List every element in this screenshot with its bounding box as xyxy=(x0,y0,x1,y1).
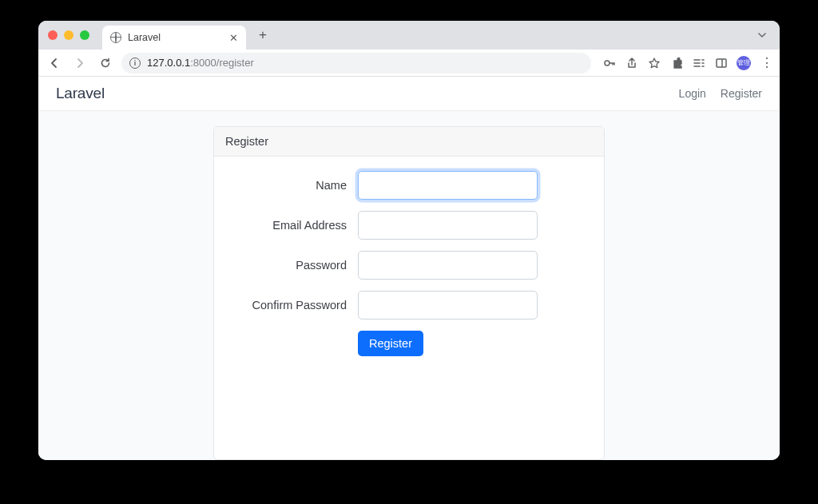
extensions-icon[interactable] xyxy=(669,56,684,70)
brand-link[interactable]: Laravel xyxy=(56,85,105,102)
browser-window: Laravel ✕ + i 127.0.0.1:8000/register xyxy=(38,21,780,460)
password-input[interactable] xyxy=(358,251,538,280)
browser-tab[interactable]: Laravel ✕ xyxy=(102,26,246,50)
name-input[interactable] xyxy=(358,171,538,200)
confirm-row: Confirm Password xyxy=(230,291,588,319)
password-row: Password xyxy=(230,251,588,280)
reload-button[interactable] xyxy=(96,54,115,73)
address-bar[interactable]: i 127.0.0.1:8000/register xyxy=(121,53,591,73)
address-port: :8000 xyxy=(190,57,216,69)
tab-strip: Laravel ✕ + xyxy=(38,21,780,50)
window-fullscreen-button[interactable] xyxy=(80,30,89,40)
browser-toolbar: i 127.0.0.1:8000/register xyxy=(38,50,780,77)
share-icon[interactable] xyxy=(625,56,639,70)
card-body: Name Email Address Password Confirm Pass… xyxy=(214,157,604,371)
email-input[interactable] xyxy=(358,211,538,240)
app-navbar: Laravel Login Register xyxy=(38,77,780,110)
browser-menu-button[interactable]: ⋮ xyxy=(759,56,773,70)
toolbar-right-icons: 管理 ⋮ xyxy=(602,56,773,70)
traffic-lights xyxy=(48,30,89,40)
new-tab-button[interactable]: + xyxy=(252,25,273,46)
side-panel-icon[interactable] xyxy=(714,56,729,70)
password-key-icon[interactable] xyxy=(602,56,617,70)
tabs-overflow-button[interactable] xyxy=(757,30,767,40)
tab-title: Laravel xyxy=(128,32,223,43)
register-card: Register Name Email Address Password xyxy=(213,126,605,460)
password-label: Password xyxy=(230,259,358,272)
address-host: 127.0.0.1 xyxy=(147,57,190,69)
tab-close-button[interactable]: ✕ xyxy=(229,32,238,44)
site-info-icon[interactable]: i xyxy=(129,58,141,69)
name-row: Name xyxy=(230,171,588,200)
window-close-button[interactable] xyxy=(48,30,58,40)
name-label: Name xyxy=(230,179,358,192)
register-submit-button[interactable]: Register xyxy=(358,331,423,356)
nav-login-link[interactable]: Login xyxy=(679,87,706,100)
confirm-password-input[interactable] xyxy=(358,291,538,319)
forward-button[interactable] xyxy=(70,54,89,73)
avatar-label: 管理 xyxy=(737,58,750,67)
address-text: 127.0.0.1:8000/register xyxy=(147,57,254,69)
email-label: Email Address xyxy=(230,219,358,232)
page-viewport: Laravel Login Register Register Name Ema… xyxy=(38,77,780,460)
reading-list-icon[interactable] xyxy=(692,56,706,70)
email-row: Email Address xyxy=(230,211,588,240)
globe-icon xyxy=(110,32,121,43)
submit-row: Register xyxy=(230,331,588,356)
back-button[interactable] xyxy=(45,54,64,73)
svg-point-0 xyxy=(605,61,610,65)
confirm-label: Confirm Password xyxy=(230,299,358,312)
window-minimize-button[interactable] xyxy=(64,30,73,40)
svg-rect-1 xyxy=(717,59,726,67)
card-header: Register xyxy=(214,127,604,157)
main-container: Register Name Email Address Password xyxy=(38,110,780,460)
nav-register-link[interactable]: Register xyxy=(721,87,762,100)
bookmark-star-icon[interactable] xyxy=(647,56,661,70)
address-path: /register xyxy=(216,57,254,69)
profile-avatar[interactable]: 管理 xyxy=(737,56,751,70)
